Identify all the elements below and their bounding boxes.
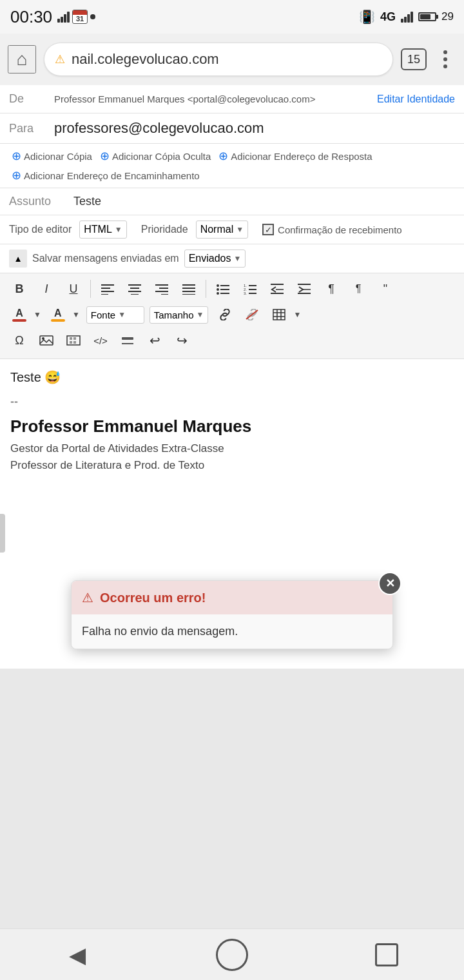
from-value: Professor Emmanuel Marques <portal@coleg… (54, 93, 372, 104)
error-close-button[interactable]: ✕ (378, 572, 401, 595)
font-color-letter: A (15, 308, 23, 319)
bullet-list-button[interactable] (210, 277, 236, 300)
compose-body[interactable]: Teste 😅 -- Professor Emmanuel Marques Ge… (0, 359, 464, 669)
font-color-dropdown[interactable]: ▼ (34, 310, 41, 319)
plus-icon-2: ⊕ (100, 149, 110, 163)
svg-line-34 (246, 310, 258, 319)
decrease-indent-button[interactable] (264, 277, 290, 300)
table-dropdown[interactable]: ▼ (293, 310, 301, 319)
priority-label: Prioridade (141, 224, 188, 235)
priority-select[interactable]: Normal ▼ (196, 220, 248, 239)
font-color-button[interactable]: A (6, 303, 32, 326)
paragraph-button[interactable]: ¶ (318, 277, 344, 300)
media-button[interactable] (61, 329, 86, 352)
plus-icon-3: ⊕ (218, 149, 228, 163)
undo-button[interactable]: ↩ (142, 329, 168, 352)
editor-type-select[interactable]: HTML ▼ (79, 220, 126, 239)
font-family-arrow: ▼ (118, 310, 126, 319)
editor-type-value: HTML (84, 224, 112, 235)
font-family-value: Fonte (91, 309, 115, 320)
save-folder-value: Enviados (189, 253, 231, 264)
italic-button[interactable]: I (34, 277, 59, 300)
url-bar[interactable]: ⚠ nail.colegevolucao.com (44, 43, 393, 76)
checkbox-check: ✓ (265, 225, 272, 235)
bg-color-bar (51, 319, 65, 322)
from-label: De (9, 92, 54, 106)
save-label: Salvar mensagens enviadas em (32, 253, 179, 264)
empty-space (0, 669, 464, 926)
tab-count-badge[interactable]: 15 (401, 48, 427, 70)
svg-point-16 (217, 284, 219, 287)
add-copy-label: Adicionar Cópia (24, 151, 92, 162)
back-icon: ◀ (69, 942, 86, 968)
recent-apps-button[interactable] (361, 936, 412, 974)
confirm-receipt-label: Confirmação de recebimento (278, 224, 402, 235)
priority-value: Normal (200, 224, 234, 235)
expand-button[interactable]: ▲ (9, 250, 27, 268)
menu-dot-1 (443, 50, 447, 54)
add-reply-button[interactable]: ⊕ Adicionar Endereço de Resposta (216, 148, 374, 164)
redo-button[interactable]: ↪ (169, 329, 195, 352)
numbered-list-button[interactable]: 1.2.3. (237, 277, 263, 300)
save-folder-select[interactable]: Enviados ▼ (184, 250, 246, 268)
extra-options-row: ⊕ Adicionar Cópia ⊕ Adicionar Cópia Ocul… (0, 144, 464, 188)
signal-icon (57, 11, 70, 23)
horizontal-line-button[interactable] (115, 329, 140, 352)
plus-icon-4: ⊕ (12, 168, 21, 182)
font-family-select[interactable]: Fonte ▼ (86, 306, 144, 324)
edit-identity-link[interactable]: Editar Identidade (377, 93, 455, 105)
to-label: Para (9, 122, 54, 135)
increase-indent-button[interactable] (291, 277, 317, 300)
left-drawer-handle[interactable] (0, 514, 5, 553)
error-title: Ocorreu um erro! (100, 591, 206, 605)
underline-button[interactable]: U (61, 277, 86, 300)
battery-icon (418, 12, 436, 21)
font-size-select[interactable]: Tamanho ▼ (150, 306, 209, 324)
compose-separator: -- (10, 395, 454, 409)
bg-color-letter: A (54, 308, 62, 319)
status-bar: 00:30 31 📳 4G 29 (0, 0, 464, 34)
confirm-receipt-checkbox[interactable]: ✓ Confirmação de recebimento (262, 224, 402, 235)
bg-color-dropdown[interactable]: ▼ (72, 310, 80, 319)
link-button[interactable] (212, 303, 238, 326)
recent-apps-icon (375, 943, 398, 966)
bg-color-button[interactable]: A (45, 303, 71, 326)
image-button[interactable] (34, 329, 59, 352)
error-message: Falha no envio da mensagem. (82, 625, 238, 638)
subject-value[interactable]: Teste (73, 195, 101, 208)
table-button[interactable] (266, 303, 292, 326)
svg-rect-44 (73, 337, 76, 340)
back-button[interactable]: ◀ (52, 936, 103, 974)
priority-arrow: ▼ (236, 225, 244, 234)
special-char-button[interactable]: Ω (6, 329, 32, 352)
plus-icon-1: ⊕ (12, 149, 21, 163)
battery-percent: 29 (441, 10, 454, 23)
svg-rect-47 (122, 337, 133, 340)
calendar-icon: 31 (72, 10, 88, 24)
align-center-button[interactable] (122, 277, 148, 300)
menu-dot-3 (443, 64, 447, 68)
compose-body-text: Teste 😅 (10, 369, 454, 385)
add-bcc-button[interactable]: ⊕ Adicionar Cópia Oculta (97, 148, 213, 164)
browser-home-button[interactable]: ⌂ (8, 45, 36, 74)
code-button[interactable]: </> (88, 329, 113, 352)
editor-type-label: Tipo de editor (9, 224, 72, 235)
align-left-button[interactable] (95, 277, 121, 300)
unlink-button[interactable] (239, 303, 265, 326)
add-forward-button[interactable]: ⊕ Adicionar Endereço de Encaminhamento (9, 167, 202, 184)
svg-rect-35 (273, 309, 285, 320)
save-folder-arrow: ▼ (234, 254, 242, 263)
signature-title: Gestor da Portal de Atividades Extra-Cla… (10, 440, 454, 473)
to-value[interactable]: professores@colegevolucao.com (54, 120, 455, 137)
font-size-arrow: ▼ (197, 310, 204, 319)
blockquote-button[interactable]: " (372, 277, 398, 300)
svg-rect-46 (73, 341, 76, 344)
browser-menu-button[interactable] (434, 50, 456, 68)
align-right-button[interactable] (149, 277, 175, 300)
align-justify-button[interactable] (176, 277, 202, 300)
paragraph2-button[interactable]: ¶ (345, 277, 371, 300)
bold-button[interactable]: B (6, 277, 32, 300)
add-copy-button[interactable]: ⊕ Adicionar Cópia (9, 148, 95, 164)
home-button[interactable] (206, 936, 258, 974)
vibrate-icon: 📳 (359, 9, 375, 24)
